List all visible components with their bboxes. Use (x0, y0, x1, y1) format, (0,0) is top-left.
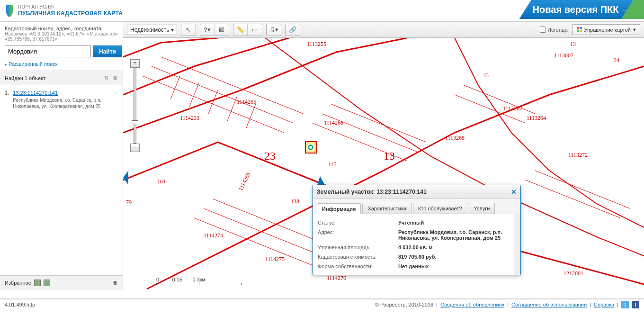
popup-tab[interactable]: Характеристики (362, 203, 411, 214)
info-row: Уточненная площадь:4 032.00 кв. м (318, 243, 512, 252)
info-row: Адрес:Республика Мордовия, г.о. Саранск,… (318, 227, 512, 243)
header-titles: ПОРТАЛ УСЛУГ ПУБЛИЧНАЯ КАДАСТРОВАЯ КАРТА (18, 4, 123, 17)
footer-link[interactable]: Справка (594, 302, 614, 307)
favorites-bar: Избранное 🗑 (0, 275, 123, 290)
zoom-out-button[interactable]: − (130, 144, 140, 152)
search-hint: Кадастровый номер, адрес, координата: На… (0, 22, 123, 44)
scale-bar: 0 0.15 0.3км (156, 277, 242, 285)
twitter-icon[interactable]: t (621, 301, 629, 308)
favorite-star-icon[interactable]: ☆ (113, 90, 118, 109)
footer-link[interactable]: Соглашение об использовании (511, 302, 587, 307)
manage-map-button[interactable]: Управление картой▾ (572, 24, 640, 35)
popup-tab[interactable]: Кто обслуживает? (413, 203, 467, 214)
footer-link[interactable]: Сведения об обновлениях (440, 302, 504, 307)
map-toolbar: Недвижимость ▾ ↖ ?▾ 🏛 📏 ▭ 🖨▾ 🔗 Легенда У… (123, 22, 644, 38)
svg-line-4 (189, 83, 199, 107)
info-tool-icon[interactable]: 🏛 (215, 24, 229, 36)
map-area[interactable]: Недвижимость ▾ ↖ ?▾ 🏛 📏 ▭ 🖨▾ 🔗 Легенда У… (123, 22, 644, 290)
search-input[interactable] (5, 45, 91, 57)
footer: 4.01.499.http © Росреестр, 2010-2016 | С… (0, 298, 644, 310)
search-result-item[interactable]: 1. 13:23:1114270:141 Республика Мордовия… (0, 85, 123, 114)
svg-line-6 (227, 97, 237, 121)
popup-title: Земельный участок: 13:23:1114270:141 (317, 189, 427, 195)
advanced-search-link[interactable]: Расширенный поиск (0, 59, 123, 71)
measure-line-icon[interactable]: 📏 (233, 24, 248, 36)
parcel-popup: Земельный участок: 13:23:1114270:141 ✕ И… (313, 185, 521, 275)
clear-results-icon[interactable]: 🗑 (113, 75, 118, 81)
popup-tab[interactable]: Информация (317, 203, 361, 214)
result-link[interactable]: 13:23:1114270:141 (13, 90, 109, 96)
new-version-button[interactable]: Новая версия ПКК → (519, 0, 644, 19)
parcel-marker-icon[interactable] (308, 144, 313, 150)
version-label: 4.01.499.http (5, 302, 35, 307)
result-address: Республика Мордовия, г.о. Саранск, р.п. … (13, 97, 109, 109)
zoom-control: + − (130, 59, 140, 152)
link-icon[interactable]: 🔗 (286, 24, 300, 36)
svg-line-15 (464, 85, 535, 114)
export-csv-icon[interactable] (44, 280, 50, 286)
facebook-icon[interactable]: f (632, 301, 639, 308)
popup-close-icon[interactable]: ✕ (511, 188, 517, 196)
search-button[interactable]: Найти (93, 45, 122, 57)
info-row: Кадастровая стоимость:819 705.60 руб. (318, 252, 512, 262)
svg-line-7 (246, 104, 256, 128)
layers-grid-icon (577, 27, 582, 32)
measure-area-icon[interactable]: ▭ (248, 24, 262, 36)
app-title: ПУБЛИЧНАЯ КАДАСТРОВАЯ КАРТА (18, 10, 123, 17)
results-header: Найден 1 объект ⇅ 🗑 (0, 71, 123, 85)
print-icon[interactable]: 🖨▾ (267, 24, 281, 36)
portal-title: ПОРТАЛ УСЛУГ (18, 4, 123, 10)
scrollbar[interactable] (514, 214, 520, 275)
delete-favorites-icon[interactable]: 🗑 (113, 280, 118, 286)
popup-tail (317, 176, 325, 185)
svg-line-0 (142, 76, 284, 133)
object-type-select[interactable]: Недвижимость ▾ (127, 25, 177, 35)
sort-icon[interactable]: ⇅ (104, 75, 108, 81)
app-header: ПОРТАЛ УСЛУГ ПУБЛИЧНАЯ КАДАСТРОВАЯ КАРТА… (0, 0, 644, 22)
identify-tool-icon[interactable]: ?▾ (200, 24, 215, 36)
sidebar: Кадастровый номер, адрес, координата: На… (0, 22, 123, 290)
info-row: Статус:Учтенный (318, 218, 512, 227)
zoom-in-button[interactable]: + (130, 59, 140, 68)
pointer-tool-icon[interactable]: ↖ (181, 24, 196, 36)
svg-line-2 (161, 57, 303, 114)
legend-checkbox[interactable]: Легенда (540, 27, 568, 33)
export-xls-icon[interactable] (34, 280, 41, 286)
rosreestr-logo-icon (5, 4, 14, 18)
popup-tab[interactable]: Услуги (469, 203, 495, 214)
map-canvas[interactable]: 1113255111426511142331114266111326711132… (123, 38, 644, 290)
zoom-slider[interactable] (134, 68, 136, 144)
info-row: Форма собственности:Нет данных (318, 262, 512, 271)
